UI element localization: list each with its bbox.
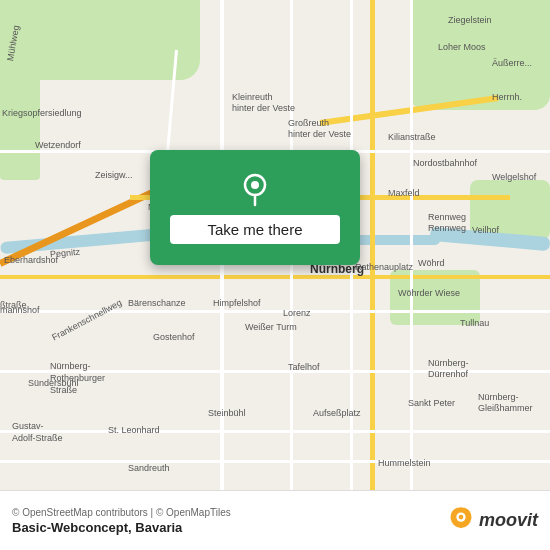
label-aufsesspatz: Aufseßplatz xyxy=(313,408,361,418)
label-nordostbf: Nordostbahnhof xyxy=(413,158,477,168)
label-kilianstr: Kilianstraße xyxy=(388,132,436,142)
location-name-text: Basic-Webconcept, Bavaria xyxy=(12,520,231,535)
moovit-pin-icon xyxy=(447,507,475,535)
label-veilhof: Veilhof xyxy=(472,225,499,235)
label-rennweg: RennwegRennweg xyxy=(428,212,466,234)
svg-point-1 xyxy=(251,181,259,189)
road-h6 xyxy=(0,430,550,433)
label-sundersbuhl: Sündersbuhl xyxy=(28,378,79,388)
label-woehrdwiese: Wöhrder Wiese xyxy=(398,288,460,298)
label-weisserturm: Weißer Turm xyxy=(245,322,297,332)
label-nb-durrenhof: Nürnberg-Dürrenhof xyxy=(428,358,469,380)
label-ziegelstein: Ziegelstein xyxy=(448,15,492,25)
label-eberhardshof: Eberhardshof xyxy=(4,255,58,265)
bottom-left-info: © OpenStreetMap contributors | © OpenMap… xyxy=(12,507,231,535)
label-zeisigw: Zeisigw... xyxy=(95,170,133,180)
bottom-bar: © OpenStreetMap contributors | © OpenMap… xyxy=(0,490,550,550)
svg-point-7 xyxy=(459,514,464,519)
label-wetzendorf: Wetzendorf xyxy=(35,140,81,150)
label-sankt-peter: Sankt Peter xyxy=(408,398,455,408)
label-sandreuth: Sandreuth xyxy=(128,463,170,473)
label-steinbuhl: Steinbühl xyxy=(208,408,246,418)
road-v5 xyxy=(370,0,375,490)
road-h2 xyxy=(0,275,550,279)
label-woehrd: Wöhrd xyxy=(418,258,445,268)
label-gostenhof: Gostenhof xyxy=(153,332,195,342)
moovit-label: moovit xyxy=(479,510,538,531)
label-maxfeld: Maxfeld xyxy=(388,188,420,198)
location-pin-icon xyxy=(237,171,273,207)
road-h7 xyxy=(0,460,550,463)
label-hummelstein: Hummelstein xyxy=(378,458,431,468)
label-herrn: Herrnh. xyxy=(492,92,522,102)
label-nb-gleisshammer: Nürnberg-Gleißhammer xyxy=(478,392,533,414)
road-v4 xyxy=(410,0,413,490)
location-card: Take me there xyxy=(150,150,360,265)
label-rathenau: Rathenauplatz xyxy=(355,262,413,272)
map-container: Nürnberg Frankenschnellweg Kriegsopfersi… xyxy=(0,0,550,490)
label-grossreuth: Großreuthhinter der Veste xyxy=(288,118,351,140)
label-kriegsopfer: Kriegsopfersiedlung xyxy=(2,108,82,118)
label-himpfelshof: Himpfelshof xyxy=(213,298,261,308)
label-tafelhof: Tafelhof xyxy=(288,362,320,372)
label-tullnau: Tullnau xyxy=(460,318,489,328)
label-leonhard: St. Leonhard xyxy=(108,425,160,435)
take-me-there-button[interactable]: Take me there xyxy=(170,215,340,244)
moovit-logo: moovit xyxy=(447,507,538,535)
label-lorenz: Lorenz xyxy=(283,308,311,318)
label-kleinreuth: Kleinreuthhinter der Veste xyxy=(232,92,295,114)
road-h4 xyxy=(0,310,550,313)
park-northwest xyxy=(0,60,40,180)
label-gustav: Gustav-Adolf-Straße xyxy=(12,420,63,444)
label-loher: Loher Moos xyxy=(438,42,486,52)
label-mannshof: mannshof xyxy=(0,305,40,315)
label-welgelshof: Welgelshof xyxy=(492,172,536,182)
label-ausserre: Äußerre... xyxy=(492,58,532,68)
label-barenschanze: Bärenschanze xyxy=(128,298,186,308)
attribution-text: © OpenStreetMap contributors | © OpenMap… xyxy=(12,507,231,518)
